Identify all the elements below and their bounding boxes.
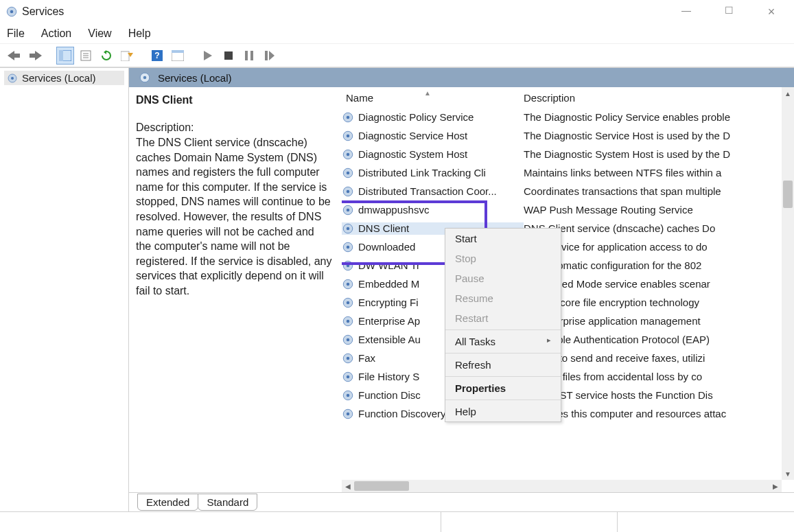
context-menu-refresh[interactable]: Refresh: [445, 355, 561, 375]
service-row[interactable]: Distributed Link Tracking CliMaintains l…: [342, 163, 794, 182]
service-row[interactable]: Extensible AuExtensible Authentication P…: [342, 330, 794, 349]
scroll-right-icon[interactable]: ▶: [769, 480, 782, 492]
svg-point-50: [347, 301, 350, 304]
service-description: The Diagnostic Service Host is used by t…: [524, 130, 794, 141]
service-row[interactable]: Downloadedlows service for application a…: [342, 238, 794, 256]
export-list-button[interactable]: [118, 47, 136, 65]
service-description: The Diagnostic Policy Service enables pr…: [524, 111, 794, 123]
tab-extended[interactable]: Extended: [137, 494, 198, 511]
service-description: les enterprise application management: [524, 315, 794, 327]
tab-standard[interactable]: Standard: [198, 494, 257, 511]
service-description: DNS Client service (dnscache) caches Do: [524, 222, 794, 234]
scroll-thumb[interactable]: [783, 181, 793, 208]
service-row[interactable]: Diagnostic Service HostThe Diagnostic Se…: [342, 126, 794, 145]
scroll-thumb[interactable]: [354, 481, 409, 491]
stop-service-button[interactable]: [220, 47, 237, 65]
start-service-button[interactable]: [199, 47, 217, 65]
horizontal-scrollbar[interactable]: ◀ ▶: [342, 480, 782, 492]
nav-forward-button[interactable]: [26, 47, 44, 65]
service-row[interactable]: File History Scts user files from accide…: [342, 367, 794, 386]
svg-point-40: [347, 208, 350, 211]
menu-help[interactable]: Help: [128, 27, 151, 40]
services-window: Services — ☐ × File Action View Help ?: [0, 0, 794, 532]
body: Services (Local) Services (Local) DNS Cl…: [0, 67, 794, 511]
service-name: Encrypting Fi: [358, 297, 419, 308]
service-name: Extensible Au: [358, 334, 421, 345]
tree-item-services-local[interactable]: Services (Local): [4, 71, 124, 85]
service-name: Diagnostic System Host: [358, 148, 467, 160]
menubar: File Action View Help: [0, 23, 794, 44]
service-row[interactable]: DNS ClientDNS Client service (dnscache) …: [342, 219, 794, 238]
vertical-scrollbar[interactable]: ▲ ▼: [782, 87, 794, 480]
service-description: des the core file encryption technology: [524, 297, 794, 308]
service-row[interactable]: Faxles you to send and receive faxes, ut…: [342, 349, 794, 367]
scroll-up-icon[interactable]: ▲: [782, 87, 794, 100]
help-button[interactable]: ?: [148, 47, 166, 65]
service-description: Maintains links between NTFS files withi…: [524, 167, 794, 178]
close-button[interactable]: ×: [760, 5, 783, 19]
column-description[interactable]: Description: [524, 92, 575, 104]
column-headers: Name ▲ Description: [342, 87, 794, 108]
window-controls: — ☐ ×: [675, 5, 789, 19]
svg-marker-4: [35, 51, 42, 60]
service-row[interactable]: Diagnostic Policy ServiceThe Diagnostic …: [342, 108, 794, 126]
detail-description-label: Description:: [136, 122, 332, 134]
svg-marker-2: [8, 51, 14, 60]
titlebar: Services — ☐ ×: [0, 0, 794, 23]
service-name: Function Disc: [358, 389, 421, 401]
svg-point-36: [347, 171, 350, 174]
service-row[interactable]: Function Discovery Resourc...Publishes t…: [342, 404, 794, 423]
context-menu-restart: Restart: [445, 308, 561, 328]
view-tabs: Extended Standard: [129, 492, 794, 511]
service-description: lows service for application access to d…: [524, 241, 794, 253]
context-menu-start[interactable]: Start: [445, 229, 561, 248]
restart-service-button[interactable]: [261, 47, 279, 65]
svg-point-30: [347, 115, 350, 119]
pause-service-button[interactable]: [240, 47, 258, 65]
service-description: Extensible Authentication Protocol (EAP): [524, 334, 794, 345]
context-menu-help[interactable]: Help: [445, 402, 561, 421]
menu-file[interactable]: File: [7, 27, 25, 40]
context-menu-properties[interactable]: Properties: [445, 378, 561, 398]
services-list: Name ▲ Description Diagnostic Policy Ser…: [342, 87, 794, 492]
service-description: les you to send and receive faxes, utili…: [524, 352, 794, 364]
service-row[interactable]: Function DiscFDPHOST service hosts the F…: [342, 386, 794, 404]
gear-icon: [342, 371, 354, 383]
gear-icon: [342, 315, 354, 327]
service-row[interactable]: DW WLAN Trdes automatic configuration fo…: [342, 256, 794, 275]
gear-icon: [342, 297, 354, 309]
show-hide-tree-button[interactable]: [56, 47, 74, 65]
nav-back-button[interactable]: [5, 47, 23, 65]
service-row[interactable]: Encrypting Fides the core file encryptio…: [342, 293, 794, 312]
services-icon: [139, 71, 151, 84]
svg-point-1: [10, 10, 14, 14]
service-name: Diagnostic Service Host: [358, 130, 467, 141]
detail-description-text: The DNS Client service (dnscache) caches…: [136, 135, 332, 299]
svg-point-34: [347, 152, 350, 156]
svg-rect-21: [245, 51, 248, 60]
svg-rect-5: [30, 54, 36, 58]
gear-icon: [342, 389, 354, 402]
svg-point-48: [347, 282, 350, 286]
service-row[interactable]: Embedded MEmbedded Mode service enables …: [342, 275, 794, 293]
services-icon: [7, 73, 18, 84]
menu-view[interactable]: View: [88, 27, 111, 40]
minimize-button[interactable]: —: [675, 5, 698, 19]
menu-action[interactable]: Action: [41, 27, 71, 40]
result-pane-content: DNS Client Description: The DNS Client s…: [129, 87, 794, 492]
service-row[interactable]: Diagnostic System HostThe Diagnostic Sys…: [342, 145, 794, 163]
scroll-left-icon[interactable]: ◀: [342, 480, 354, 492]
columns-button[interactable]: [169, 47, 187, 65]
maximize-button[interactable]: ☐: [717, 5, 740, 19]
svg-marker-19: [204, 51, 212, 60]
refresh-button[interactable]: [97, 47, 115, 65]
column-name[interactable]: Name ▲: [342, 92, 524, 104]
properties-button[interactable]: [77, 47, 95, 65]
service-row[interactable]: Distributed Transaction Coor...Coordinat…: [342, 182, 794, 200]
gear-icon: [342, 167, 354, 179]
context-menu-all-tasks[interactable]: All Tasks▸: [445, 332, 561, 351]
service-row[interactable]: dmwappushsvcWAP Push Message Routing Ser…: [342, 200, 794, 219]
service-row[interactable]: Enterprise Aples enterprise application …: [342, 312, 794, 330]
scroll-down-icon[interactable]: ▼: [782, 467, 794, 480]
service-description: WAP Push Message Routing Service: [524, 204, 794, 216]
